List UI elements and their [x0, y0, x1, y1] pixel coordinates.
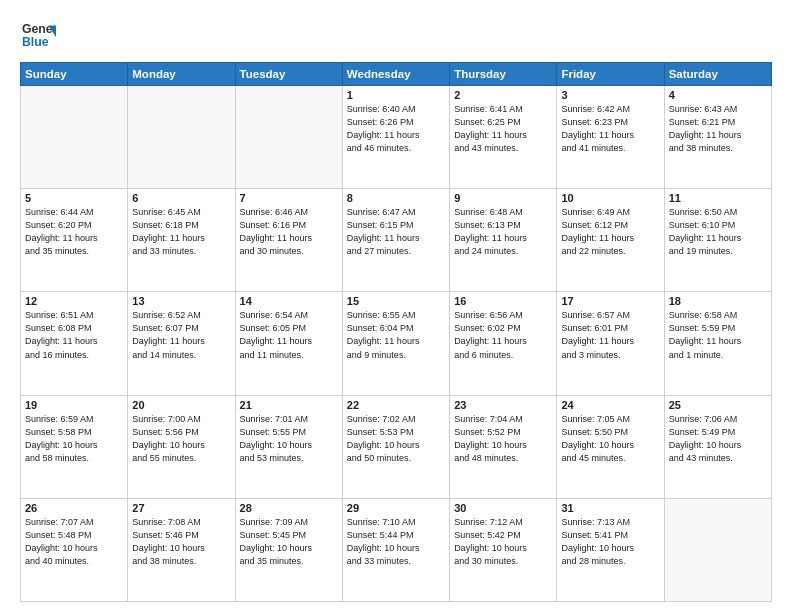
day-info: Sunrise: 6:44 AM Sunset: 6:20 PM Dayligh…: [25, 206, 123, 258]
calendar-cell: 1Sunrise: 6:40 AM Sunset: 6:26 PM Daylig…: [342, 86, 449, 189]
calendar-cell: 20Sunrise: 7:00 AM Sunset: 5:56 PM Dayli…: [128, 395, 235, 498]
day-number: 16: [454, 295, 552, 307]
calendar-cell: [128, 86, 235, 189]
day-number: 21: [240, 399, 338, 411]
calendar-cell: 13Sunrise: 6:52 AM Sunset: 6:07 PM Dayli…: [128, 292, 235, 395]
calendar-cell: 15Sunrise: 6:55 AM Sunset: 6:04 PM Dayli…: [342, 292, 449, 395]
weekday-header-friday: Friday: [557, 63, 664, 86]
day-number: 2: [454, 89, 552, 101]
day-number: 8: [347, 192, 445, 204]
day-info: Sunrise: 7:02 AM Sunset: 5:53 PM Dayligh…: [347, 413, 445, 465]
page: General Blue SundayMondayTuesdayWednesda…: [0, 0, 792, 612]
weekday-header-monday: Monday: [128, 63, 235, 86]
calendar-cell: 31Sunrise: 7:13 AM Sunset: 5:41 PM Dayli…: [557, 498, 664, 601]
calendar-week-3: 12Sunrise: 6:51 AM Sunset: 6:08 PM Dayli…: [21, 292, 772, 395]
calendar-cell: 5Sunrise: 6:44 AM Sunset: 6:20 PM Daylig…: [21, 189, 128, 292]
day-info: Sunrise: 6:40 AM Sunset: 6:26 PM Dayligh…: [347, 103, 445, 155]
day-number: 26: [25, 502, 123, 514]
calendar-cell: 30Sunrise: 7:12 AM Sunset: 5:42 PM Dayli…: [450, 498, 557, 601]
day-info: Sunrise: 6:46 AM Sunset: 6:16 PM Dayligh…: [240, 206, 338, 258]
day-info: Sunrise: 6:43 AM Sunset: 6:21 PM Dayligh…: [669, 103, 767, 155]
logo-icon: General Blue: [20, 18, 56, 54]
day-number: 1: [347, 89, 445, 101]
calendar-cell: 10Sunrise: 6:49 AM Sunset: 6:12 PM Dayli…: [557, 189, 664, 292]
calendar-cell: 4Sunrise: 6:43 AM Sunset: 6:21 PM Daylig…: [664, 86, 771, 189]
calendar-cell: [664, 498, 771, 601]
calendar-cell: 24Sunrise: 7:05 AM Sunset: 5:50 PM Dayli…: [557, 395, 664, 498]
day-number: 28: [240, 502, 338, 514]
weekday-header-saturday: Saturday: [664, 63, 771, 86]
calendar-cell: 11Sunrise: 6:50 AM Sunset: 6:10 PM Dayli…: [664, 189, 771, 292]
day-number: 13: [132, 295, 230, 307]
day-number: 23: [454, 399, 552, 411]
day-number: 11: [669, 192, 767, 204]
day-number: 27: [132, 502, 230, 514]
day-number: 14: [240, 295, 338, 307]
calendar-cell: 26Sunrise: 7:07 AM Sunset: 5:48 PM Dayli…: [21, 498, 128, 601]
day-number: 29: [347, 502, 445, 514]
day-info: Sunrise: 7:01 AM Sunset: 5:55 PM Dayligh…: [240, 413, 338, 465]
calendar-cell: 19Sunrise: 6:59 AM Sunset: 5:58 PM Dayli…: [21, 395, 128, 498]
day-number: 18: [669, 295, 767, 307]
calendar-cell: 29Sunrise: 7:10 AM Sunset: 5:44 PM Dayli…: [342, 498, 449, 601]
day-info: Sunrise: 6:49 AM Sunset: 6:12 PM Dayligh…: [561, 206, 659, 258]
calendar-cell: 8Sunrise: 6:47 AM Sunset: 6:15 PM Daylig…: [342, 189, 449, 292]
calendar-cell: 23Sunrise: 7:04 AM Sunset: 5:52 PM Dayli…: [450, 395, 557, 498]
calendar-cell: 2Sunrise: 6:41 AM Sunset: 6:25 PM Daylig…: [450, 86, 557, 189]
day-info: Sunrise: 7:12 AM Sunset: 5:42 PM Dayligh…: [454, 516, 552, 568]
calendar-cell: [235, 86, 342, 189]
calendar-cell: 25Sunrise: 7:06 AM Sunset: 5:49 PM Dayli…: [664, 395, 771, 498]
day-info: Sunrise: 6:41 AM Sunset: 6:25 PM Dayligh…: [454, 103, 552, 155]
calendar-cell: 3Sunrise: 6:42 AM Sunset: 6:23 PM Daylig…: [557, 86, 664, 189]
calendar-cell: 28Sunrise: 7:09 AM Sunset: 5:45 PM Dayli…: [235, 498, 342, 601]
calendar-week-4: 19Sunrise: 6:59 AM Sunset: 5:58 PM Dayli…: [21, 395, 772, 498]
weekday-header-row: SundayMondayTuesdayWednesdayThursdayFrid…: [21, 63, 772, 86]
day-number: 24: [561, 399, 659, 411]
calendar-cell: 16Sunrise: 6:56 AM Sunset: 6:02 PM Dayli…: [450, 292, 557, 395]
weekday-header-thursday: Thursday: [450, 63, 557, 86]
weekday-header-tuesday: Tuesday: [235, 63, 342, 86]
day-number: 30: [454, 502, 552, 514]
day-info: Sunrise: 6:51 AM Sunset: 6:08 PM Dayligh…: [25, 309, 123, 361]
day-number: 31: [561, 502, 659, 514]
day-info: Sunrise: 7:04 AM Sunset: 5:52 PM Dayligh…: [454, 413, 552, 465]
calendar-week-5: 26Sunrise: 7:07 AM Sunset: 5:48 PM Dayli…: [21, 498, 772, 601]
calendar-cell: 14Sunrise: 6:54 AM Sunset: 6:05 PM Dayli…: [235, 292, 342, 395]
day-info: Sunrise: 6:59 AM Sunset: 5:58 PM Dayligh…: [25, 413, 123, 465]
day-info: Sunrise: 6:56 AM Sunset: 6:02 PM Dayligh…: [454, 309, 552, 361]
day-info: Sunrise: 6:54 AM Sunset: 6:05 PM Dayligh…: [240, 309, 338, 361]
day-info: Sunrise: 6:58 AM Sunset: 5:59 PM Dayligh…: [669, 309, 767, 361]
svg-text:Blue: Blue: [22, 35, 49, 49]
day-info: Sunrise: 7:05 AM Sunset: 5:50 PM Dayligh…: [561, 413, 659, 465]
day-info: Sunrise: 6:57 AM Sunset: 6:01 PM Dayligh…: [561, 309, 659, 361]
day-number: 20: [132, 399, 230, 411]
weekday-header-wednesday: Wednesday: [342, 63, 449, 86]
day-number: 17: [561, 295, 659, 307]
calendar-week-2: 5Sunrise: 6:44 AM Sunset: 6:20 PM Daylig…: [21, 189, 772, 292]
day-number: 7: [240, 192, 338, 204]
day-info: Sunrise: 7:08 AM Sunset: 5:46 PM Dayligh…: [132, 516, 230, 568]
weekday-header-sunday: Sunday: [21, 63, 128, 86]
day-info: Sunrise: 7:10 AM Sunset: 5:44 PM Dayligh…: [347, 516, 445, 568]
calendar-table: SundayMondayTuesdayWednesdayThursdayFrid…: [20, 62, 772, 602]
day-number: 22: [347, 399, 445, 411]
day-info: Sunrise: 6:42 AM Sunset: 6:23 PM Dayligh…: [561, 103, 659, 155]
calendar-cell: 6Sunrise: 6:45 AM Sunset: 6:18 PM Daylig…: [128, 189, 235, 292]
calendar-cell: [21, 86, 128, 189]
calendar-cell: 18Sunrise: 6:58 AM Sunset: 5:59 PM Dayli…: [664, 292, 771, 395]
calendar-cell: 27Sunrise: 7:08 AM Sunset: 5:46 PM Dayli…: [128, 498, 235, 601]
day-number: 5: [25, 192, 123, 204]
day-info: Sunrise: 6:47 AM Sunset: 6:15 PM Dayligh…: [347, 206, 445, 258]
day-info: Sunrise: 7:00 AM Sunset: 5:56 PM Dayligh…: [132, 413, 230, 465]
day-info: Sunrise: 7:07 AM Sunset: 5:48 PM Dayligh…: [25, 516, 123, 568]
header: General Blue: [20, 18, 772, 54]
day-number: 12: [25, 295, 123, 307]
day-info: Sunrise: 7:06 AM Sunset: 5:49 PM Dayligh…: [669, 413, 767, 465]
logo: General Blue: [20, 18, 60, 54]
calendar-cell: 17Sunrise: 6:57 AM Sunset: 6:01 PM Dayli…: [557, 292, 664, 395]
calendar-cell: 12Sunrise: 6:51 AM Sunset: 6:08 PM Dayli…: [21, 292, 128, 395]
day-info: Sunrise: 7:09 AM Sunset: 5:45 PM Dayligh…: [240, 516, 338, 568]
calendar-week-1: 1Sunrise: 6:40 AM Sunset: 6:26 PM Daylig…: [21, 86, 772, 189]
day-info: Sunrise: 6:45 AM Sunset: 6:18 PM Dayligh…: [132, 206, 230, 258]
calendar-cell: 21Sunrise: 7:01 AM Sunset: 5:55 PM Dayli…: [235, 395, 342, 498]
